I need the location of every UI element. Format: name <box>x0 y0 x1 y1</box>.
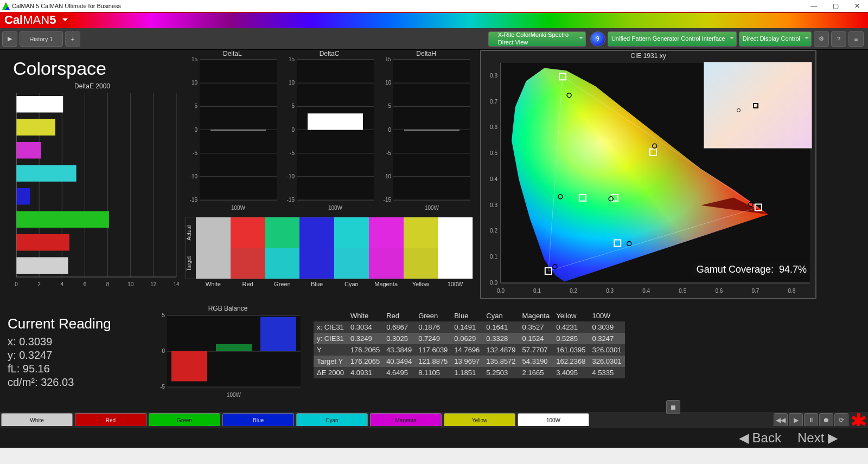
prev-button[interactable]: ◀◀ <box>774 413 788 427</box>
cie-preview <box>704 62 812 149</box>
svg-text:5: 5 <box>194 103 197 109</box>
page-title: Colorspace <box>13 58 106 79</box>
svg-text:14: 14 <box>173 281 179 287</box>
stimulus-blue[interactable]: Blue <box>222 413 294 427</box>
svg-text:10: 10 <box>127 281 134 287</box>
svg-rect-72 <box>308 113 363 130</box>
add-tab-button[interactable]: + <box>65 31 80 47</box>
rgb-balance-chart: RGB Balance -505100W <box>152 305 304 402</box>
help-icon: ? <box>837 36 840 42</box>
svg-text:0: 0 <box>388 127 392 133</box>
svg-text:0.2: 0.2 <box>570 288 577 294</box>
stimulus-white[interactable]: White <box>1 413 73 427</box>
loop-button[interactable]: ⟳ <box>834 413 848 427</box>
stimulus-yellow[interactable]: Yellow <box>444 413 515 427</box>
display-dropdown[interactable]: Direct Display Control <box>739 31 812 47</box>
window-maximize-button[interactable]: ▢ <box>825 0 846 12</box>
swatch-actual-label: Actual <box>186 217 196 248</box>
gamut-coverage-label: Gamut Coverage: 94.7% <box>693 263 810 276</box>
svg-text:0.6: 0.6 <box>490 124 497 130</box>
svg-rect-48 <box>210 130 266 131</box>
swatch-green: Green <box>265 217 300 279</box>
svg-text:0.7: 0.7 <box>751 288 759 294</box>
svg-text:0.8: 0.8 <box>788 288 796 294</box>
svg-text:100W: 100W <box>231 205 246 211</box>
rgb-balance-title: RGB Balance <box>152 305 304 312</box>
stimulus-cyan[interactable]: Cyan <box>296 413 368 427</box>
svg-text:0.1: 0.1 <box>533 288 541 294</box>
swatch-magenta: Magenta <box>369 217 404 279</box>
data-table-wrap: WhiteRedGreenBlueCyanMagentaYellow100Wx:… <box>314 310 625 378</box>
svg-text:0: 0 <box>291 127 295 133</box>
more-button[interactable]: ≡ <box>848 31 864 47</box>
help-button[interactable]: ? <box>831 31 846 47</box>
window-close-button[interactable]: ✕ <box>846 0 868 12</box>
current-reading-panel: Current Reading x: 0.3039 y: 0.3247 fL: … <box>8 315 111 390</box>
brand-name: CalMAN5 <box>0 12 59 28</box>
deltae-chart: DeltaE 2000 02468101214 <box>5 82 179 288</box>
window-minimize-button[interactable]: — <box>803 0 825 12</box>
current-fl: fL: 95.16 <box>8 363 111 375</box>
app-canvas: Colorspace DeltaE 2000 02468101214 Delta… <box>0 50 868 448</box>
nav-back-button[interactable]: ▶ <box>2 31 17 47</box>
pause-button[interactable]: ⏸ <box>804 413 818 427</box>
svg-text:0.6: 0.6 <box>715 288 723 294</box>
svg-text:10: 10 <box>289 80 295 86</box>
svg-text:6: 6 <box>84 281 87 287</box>
preview-target-marker <box>753 103 758 108</box>
svg-text:4: 4 <box>61 281 64 287</box>
stimulus-100w[interactable]: 100W <box>518 413 589 427</box>
current-x: x: 0.3039 <box>8 336 111 348</box>
svg-text:0: 0 <box>194 127 197 133</box>
meter-count-badge[interactable]: 9 <box>590 31 605 47</box>
svg-text:0.8: 0.8 <box>490 73 497 79</box>
stimulus-magenta[interactable]: Magenta <box>370 413 442 427</box>
swatch-cyan: Cyan <box>334 217 369 279</box>
svg-text:0: 0 <box>15 281 18 287</box>
swatch-white: White <box>196 217 231 279</box>
svg-rect-22 <box>16 234 69 251</box>
svg-text:0.1: 0.1 <box>490 254 497 260</box>
os-titlebar: CalMAN 5 CalMAN Ultimate for Business — … <box>0 0 868 12</box>
stop-button[interactable]: ◼ <box>666 400 680 414</box>
svg-text:0.3: 0.3 <box>606 288 614 294</box>
swatch-panel: ActualTarget WhiteRedGreenBlueCyanMagent… <box>186 217 473 279</box>
svg-rect-96 <box>404 130 459 131</box>
svg-text:10: 10 <box>192 80 198 86</box>
play-button[interactable]: ▶ <box>789 413 803 427</box>
swatch-100w: 100W <box>438 217 473 279</box>
history-tab[interactable]: History 1 <box>20 31 63 47</box>
delta-small-charts: DeltaL-15-10-5051015100W DeltaC-15-10-50… <box>186 50 473 212</box>
brand-menu-button[interactable] <box>59 12 71 28</box>
svg-rect-18 <box>16 142 41 159</box>
svg-text:0.2: 0.2 <box>490 228 497 234</box>
playback-controls: ◀◀ ▶ ⏸ ⏺ ⟳ <box>774 413 848 427</box>
svg-text:10: 10 <box>385 80 392 86</box>
window-title: CalMAN 5 CalMAN Ultimate for Business <box>12 3 121 9</box>
source-dropdown[interactable]: Unified Pattern Generator Control Interf… <box>608 31 737 47</box>
back-button[interactable]: ◀ Back <box>739 430 781 446</box>
meter-dropdown[interactable]: X-Rite ColorMunki Spectro Direct View <box>488 31 586 47</box>
svg-text:5: 5 <box>162 312 165 318</box>
svg-rect-16 <box>16 96 63 113</box>
svg-rect-17 <box>16 119 55 136</box>
svg-rect-140 <box>171 351 207 381</box>
svg-text:100W: 100W <box>425 205 439 211</box>
stimulus-red[interactable]: Red <box>75 413 146 427</box>
swatch-red: Red <box>231 217 265 279</box>
svg-text:100W: 100W <box>328 205 343 211</box>
deltal-title: DeltaL <box>186 50 279 57</box>
svg-text:15: 15 <box>289 57 295 62</box>
stimulus-green[interactable]: Green <box>149 413 220 427</box>
svg-text:5: 5 <box>388 103 392 109</box>
svg-text:0.0: 0.0 <box>497 288 505 294</box>
toolbar: ▶ History 1 + X-Rite ColorMunki Spectro … <box>0 28 868 50</box>
svg-text:-15: -15 <box>190 197 198 203</box>
svg-text:8: 8 <box>106 281 110 287</box>
swatch-blue: Blue <box>299 217 334 279</box>
settings-button[interactable]: ⚙ <box>814 31 829 47</box>
svg-text:-5: -5 <box>193 150 197 156</box>
app-logo-icon <box>2 2 10 10</box>
record-button[interactable]: ⏺ <box>819 413 833 427</box>
next-button[interactable]: Next ▶ <box>797 430 838 446</box>
